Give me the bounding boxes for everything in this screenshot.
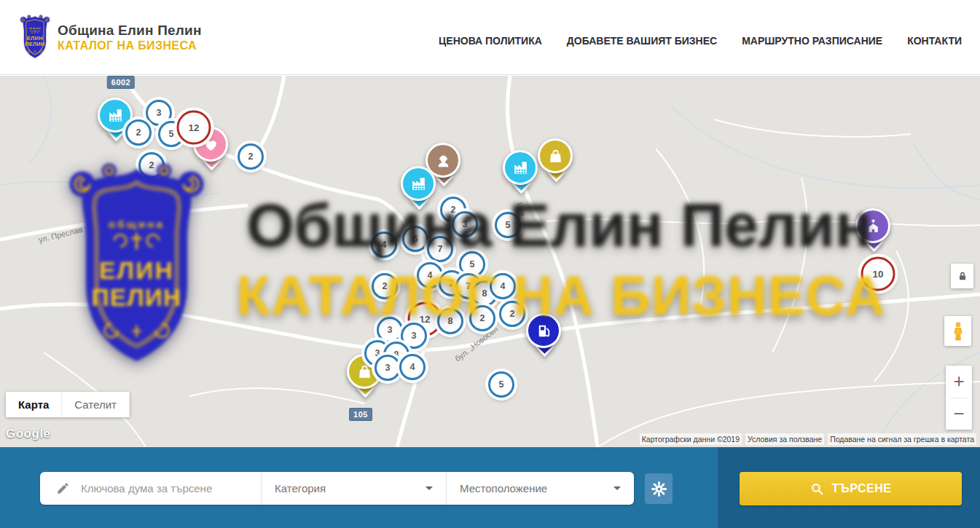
cluster-count: 8 (448, 316, 453, 326)
location-select-value: Местоположение (460, 482, 547, 494)
main-nav: ЦЕНОВА ПОЛИТИКАДОБАВЕТЕ ВАШИЯТ БИЗНЕСМАР… (439, 35, 962, 47)
cluster-count: 2 (451, 205, 456, 215)
cluster-count: 5 (506, 220, 511, 230)
cluster-marker[interactable]: 2 (125, 119, 152, 146)
fuel-icon (526, 313, 561, 348)
cluster-count: 5 (499, 379, 504, 390)
cluster-count: 4 (382, 240, 387, 250)
map-data-label: Картографски данни ©2019 (640, 433, 742, 445)
factory-icon (503, 150, 538, 185)
cluster-count: 2 (450, 278, 455, 288)
cluster-marker[interactable]: 4 (371, 232, 397, 258)
cluster-marker[interactable]: 12 (177, 111, 211, 145)
map-canvas[interactable]: 3251222235467524278412822333834510600210… (0, 76, 980, 447)
cluster-count: 2 (510, 309, 515, 319)
search-icon (810, 482, 824, 496)
chevron-down-icon (614, 486, 621, 490)
brand-title: Община Елин Пелин (58, 23, 202, 39)
cluster-count: 5 (169, 129, 174, 139)
cluster-marker[interactable]: 4 (399, 354, 426, 380)
cluster-marker[interactable]: 2 (372, 273, 398, 299)
cluster-marker[interactable]: 2 (469, 305, 495, 331)
cluster-marker[interactable]: 3 (377, 317, 403, 343)
cluster-count: 4 (501, 281, 506, 291)
zoom-control: + − (946, 366, 972, 430)
cluster-count: 10 (872, 269, 883, 280)
cluster-marker[interactable]: 8 (437, 308, 463, 334)
cluster-count: 3 (157, 108, 162, 118)
search-button[interactable]: ТЪРСЕНЕ (740, 472, 962, 505)
cluster-count: 12 (188, 122, 199, 133)
cluster-marker[interactable]: 2 (238, 143, 264, 170)
pencil-icon (56, 481, 70, 495)
cluster-count: 2 (383, 281, 388, 291)
pegman-icon (950, 320, 966, 342)
pegman-control[interactable] (944, 316, 971, 346)
nav-item-route-schedule[interactable]: МАРШРУТНО РАЗПИСАНИЕ (742, 35, 882, 47)
lock-icon (957, 269, 968, 283)
cluster-count: 3 (412, 331, 417, 341)
search-action-area: ТЪРСЕНЕ (718, 447, 980, 528)
nav-item-contacts[interactable]: КОНТАКТИ (907, 35, 962, 47)
google-logo[interactable]: Google (6, 427, 51, 441)
terms-link[interactable]: Условия за ползване (745, 433, 824, 445)
brand[interactable]: Община Елин Пелин КАТАЛОГ НА БИЗНЕСА (18, 14, 202, 60)
cluster-marker[interactable]: 2 (138, 152, 165, 178)
category-select[interactable]: Категория (261, 472, 446, 505)
cluster-marker[interactable]: 3 (452, 211, 478, 237)
map-type-map-button[interactable]: Карта (6, 392, 62, 417)
cluster-marker[interactable]: 2 (499, 301, 525, 327)
cluster-marker[interactable]: 5 (488, 371, 514, 398)
cluster-count: 7 (438, 244, 443, 254)
cluster-marker[interactable]: 3 (375, 355, 401, 381)
cluster-marker[interactable]: 4 (490, 273, 516, 299)
cluster-count: 3 (463, 219, 468, 229)
location-select[interactable]: Местоположение (446, 472, 634, 505)
cluster-count: 2 (136, 127, 141, 138)
chevron-down-icon (426, 486, 433, 490)
cluster-marker[interactable]: 5 (495, 212, 521, 238)
cluster-count: 12 (419, 314, 430, 325)
cluster-count: 2 (480, 313, 485, 323)
road-number-badge: 105 (349, 408, 372, 421)
map-type-switcher: КартаСателит (6, 392, 130, 417)
cluster-count: 5 (470, 259, 475, 269)
search-fields: Категория Местоположение (40, 472, 634, 505)
road-number-badge: 6002 (107, 76, 135, 89)
keyword-search-input[interactable] (79, 481, 250, 495)
nav-item-add-your-business[interactable]: ДОБАВЕТЕ ВАШИЯТ БИЗНЕС (567, 35, 717, 47)
zoom-in-button[interactable]: + (946, 366, 972, 398)
map-type-satellite-button[interactable]: Сателит (62, 392, 130, 417)
cluster-count: 4 (410, 362, 415, 372)
street-view-lock-button[interactable] (951, 264, 973, 288)
church-icon (855, 208, 890, 243)
search-panel: Категория Местоположение ТЪРСЕНЕ (0, 447, 980, 528)
category-select-value: Категория (275, 482, 326, 494)
cluster-count: 2 (149, 160, 154, 170)
report-error-link[interactable]: Подаване на сигнал за грешка в картата (828, 433, 976, 445)
cluster-marker[interactable]: 6 (402, 226, 428, 252)
advanced-settings-button[interactable] (645, 473, 673, 504)
zoom-out-button[interactable]: − (946, 398, 972, 430)
shopping-bag-icon (538, 138, 573, 173)
brand-subtitle: КАТАЛОГ НА БИЗНЕСА (58, 39, 202, 52)
cluster-count: 3 (388, 325, 393, 335)
map-attribution: Картографски данни ©2019Условия за ползв… (640, 433, 976, 445)
cluster-count: 6 (413, 234, 418, 244)
cluster-marker[interactable]: 7 (427, 236, 453, 262)
search-button-label: ТЪРСЕНЕ (832, 482, 892, 495)
keyword-field[interactable] (40, 472, 261, 505)
factory-icon (401, 166, 436, 201)
cluster-count: 7 (466, 281, 471, 291)
cluster-count: 2 (248, 151, 254, 162)
header: Община Елин Пелин КАТАЛОГ НА БИЗНЕСА ЦЕН… (0, 0, 980, 75)
nav-item-pricing-policy[interactable]: ЦЕНОВА ПОЛИТИКА (439, 35, 542, 47)
cluster-count: 4 (428, 270, 433, 280)
cluster-marker[interactable]: 10 (861, 257, 895, 291)
municipality-emblem-icon (18, 14, 52, 60)
cluster-count: 8 (482, 288, 487, 299)
gear-icon (651, 481, 667, 497)
cluster-count: 3 (385, 363, 391, 373)
